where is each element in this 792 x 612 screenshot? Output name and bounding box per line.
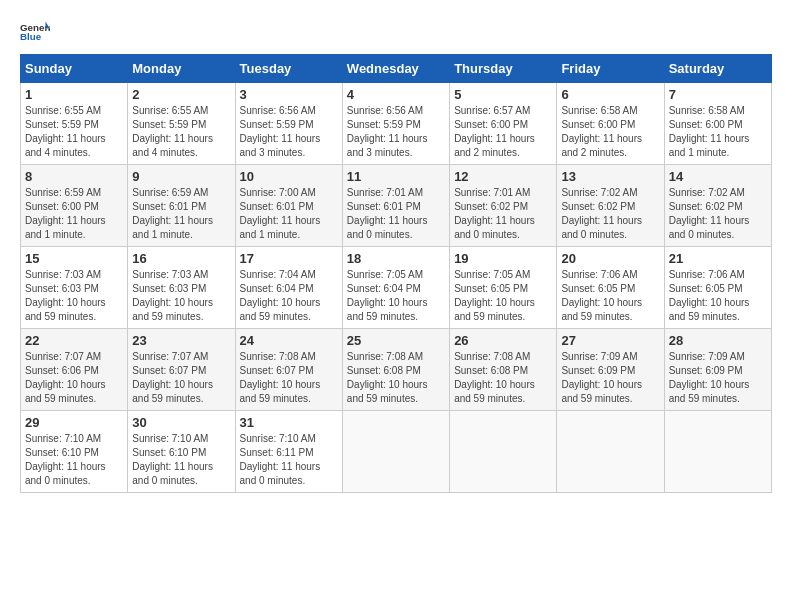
calendar-cell: 8Sunrise: 6:59 AMSunset: 6:00 PMDaylight… xyxy=(21,165,128,247)
day-number: 23 xyxy=(132,333,230,348)
day-info: Sunrise: 6:55 AMSunset: 5:59 PMDaylight:… xyxy=(132,104,230,160)
calendar-week-4: 22Sunrise: 7:07 AMSunset: 6:06 PMDayligh… xyxy=(21,329,772,411)
day-info: Sunrise: 7:08 AMSunset: 6:07 PMDaylight:… xyxy=(240,350,338,406)
day-info: Sunrise: 6:56 AMSunset: 5:59 PMDaylight:… xyxy=(240,104,338,160)
day-number: 7 xyxy=(669,87,767,102)
day-info: Sunrise: 7:06 AMSunset: 6:05 PMDaylight:… xyxy=(561,268,659,324)
day-number: 28 xyxy=(669,333,767,348)
calendar-cell: 1Sunrise: 6:55 AMSunset: 5:59 PMDaylight… xyxy=(21,83,128,165)
logo-icon: General Blue xyxy=(20,20,50,44)
calendar-week-5: 29Sunrise: 7:10 AMSunset: 6:10 PMDayligh… xyxy=(21,411,772,493)
calendar-cell: 15Sunrise: 7:03 AMSunset: 6:03 PMDayligh… xyxy=(21,247,128,329)
calendar-cell: 29Sunrise: 7:10 AMSunset: 6:10 PMDayligh… xyxy=(21,411,128,493)
calendar-cell: 17Sunrise: 7:04 AMSunset: 6:04 PMDayligh… xyxy=(235,247,342,329)
calendar-cell: 30Sunrise: 7:10 AMSunset: 6:10 PMDayligh… xyxy=(128,411,235,493)
calendar-cell: 12Sunrise: 7:01 AMSunset: 6:02 PMDayligh… xyxy=(450,165,557,247)
calendar-table: SundayMondayTuesdayWednesdayThursdayFrid… xyxy=(20,54,772,493)
calendar-cell: 31Sunrise: 7:10 AMSunset: 6:11 PMDayligh… xyxy=(235,411,342,493)
calendar-cell: 27Sunrise: 7:09 AMSunset: 6:09 PMDayligh… xyxy=(557,329,664,411)
day-info: Sunrise: 7:02 AMSunset: 6:02 PMDaylight:… xyxy=(561,186,659,242)
calendar-cell: 26Sunrise: 7:08 AMSunset: 6:08 PMDayligh… xyxy=(450,329,557,411)
day-number: 14 xyxy=(669,169,767,184)
calendar-cell: 13Sunrise: 7:02 AMSunset: 6:02 PMDayligh… xyxy=(557,165,664,247)
day-number: 2 xyxy=(132,87,230,102)
day-number: 5 xyxy=(454,87,552,102)
day-info: Sunrise: 7:01 AMSunset: 6:02 PMDaylight:… xyxy=(454,186,552,242)
weekday-header-saturday: Saturday xyxy=(664,55,771,83)
day-number: 4 xyxy=(347,87,445,102)
calendar-cell: 24Sunrise: 7:08 AMSunset: 6:07 PMDayligh… xyxy=(235,329,342,411)
calendar-cell: 25Sunrise: 7:08 AMSunset: 6:08 PMDayligh… xyxy=(342,329,449,411)
day-number: 11 xyxy=(347,169,445,184)
calendar-week-3: 15Sunrise: 7:03 AMSunset: 6:03 PMDayligh… xyxy=(21,247,772,329)
weekday-header-thursday: Thursday xyxy=(450,55,557,83)
calendar-cell: 11Sunrise: 7:01 AMSunset: 6:01 PMDayligh… xyxy=(342,165,449,247)
day-number: 15 xyxy=(25,251,123,266)
day-number: 24 xyxy=(240,333,338,348)
day-info: Sunrise: 7:03 AMSunset: 6:03 PMDaylight:… xyxy=(25,268,123,324)
day-info: Sunrise: 7:05 AMSunset: 6:04 PMDaylight:… xyxy=(347,268,445,324)
calendar-header-row: SundayMondayTuesdayWednesdayThursdayFrid… xyxy=(21,55,772,83)
calendar-cell: 21Sunrise: 7:06 AMSunset: 6:05 PMDayligh… xyxy=(664,247,771,329)
logo: General Blue xyxy=(20,20,54,44)
day-number: 19 xyxy=(454,251,552,266)
day-number: 3 xyxy=(240,87,338,102)
day-number: 27 xyxy=(561,333,659,348)
svg-text:Blue: Blue xyxy=(20,31,42,42)
day-info: Sunrise: 7:09 AMSunset: 6:09 PMDaylight:… xyxy=(669,350,767,406)
day-info: Sunrise: 6:58 AMSunset: 6:00 PMDaylight:… xyxy=(669,104,767,160)
day-info: Sunrise: 7:03 AMSunset: 6:03 PMDaylight:… xyxy=(132,268,230,324)
day-info: Sunrise: 6:58 AMSunset: 6:00 PMDaylight:… xyxy=(561,104,659,160)
calendar-cell: 14Sunrise: 7:02 AMSunset: 6:02 PMDayligh… xyxy=(664,165,771,247)
day-number: 12 xyxy=(454,169,552,184)
day-number: 18 xyxy=(347,251,445,266)
day-number: 21 xyxy=(669,251,767,266)
weekday-header-sunday: Sunday xyxy=(21,55,128,83)
day-info: Sunrise: 7:10 AMSunset: 6:10 PMDaylight:… xyxy=(132,432,230,488)
day-info: Sunrise: 7:02 AMSunset: 6:02 PMDaylight:… xyxy=(669,186,767,242)
calendar-cell: 6Sunrise: 6:58 AMSunset: 6:00 PMDaylight… xyxy=(557,83,664,165)
weekday-header-wednesday: Wednesday xyxy=(342,55,449,83)
calendar-cell xyxy=(342,411,449,493)
calendar-week-2: 8Sunrise: 6:59 AMSunset: 6:00 PMDaylight… xyxy=(21,165,772,247)
day-info: Sunrise: 7:01 AMSunset: 6:01 PMDaylight:… xyxy=(347,186,445,242)
calendar-cell: 7Sunrise: 6:58 AMSunset: 6:00 PMDaylight… xyxy=(664,83,771,165)
calendar-cell: 9Sunrise: 6:59 AMSunset: 6:01 PMDaylight… xyxy=(128,165,235,247)
day-info: Sunrise: 6:56 AMSunset: 5:59 PMDaylight:… xyxy=(347,104,445,160)
calendar-cell: 5Sunrise: 6:57 AMSunset: 6:00 PMDaylight… xyxy=(450,83,557,165)
calendar-cell xyxy=(450,411,557,493)
day-number: 8 xyxy=(25,169,123,184)
day-info: Sunrise: 6:55 AMSunset: 5:59 PMDaylight:… xyxy=(25,104,123,160)
calendar-cell: 23Sunrise: 7:07 AMSunset: 6:07 PMDayligh… xyxy=(128,329,235,411)
calendar-cell: 3Sunrise: 6:56 AMSunset: 5:59 PMDaylight… xyxy=(235,83,342,165)
day-number: 29 xyxy=(25,415,123,430)
day-info: Sunrise: 7:07 AMSunset: 6:07 PMDaylight:… xyxy=(132,350,230,406)
day-number: 6 xyxy=(561,87,659,102)
calendar-cell: 2Sunrise: 6:55 AMSunset: 5:59 PMDaylight… xyxy=(128,83,235,165)
day-info: Sunrise: 6:59 AMSunset: 6:00 PMDaylight:… xyxy=(25,186,123,242)
calendar-cell xyxy=(664,411,771,493)
calendar-cell: 28Sunrise: 7:09 AMSunset: 6:09 PMDayligh… xyxy=(664,329,771,411)
calendar-cell: 10Sunrise: 7:00 AMSunset: 6:01 PMDayligh… xyxy=(235,165,342,247)
day-info: Sunrise: 7:10 AMSunset: 6:10 PMDaylight:… xyxy=(25,432,123,488)
weekday-header-friday: Friday xyxy=(557,55,664,83)
day-info: Sunrise: 7:05 AMSunset: 6:05 PMDaylight:… xyxy=(454,268,552,324)
calendar-cell: 18Sunrise: 7:05 AMSunset: 6:04 PMDayligh… xyxy=(342,247,449,329)
day-info: Sunrise: 7:07 AMSunset: 6:06 PMDaylight:… xyxy=(25,350,123,406)
day-info: Sunrise: 7:08 AMSunset: 6:08 PMDaylight:… xyxy=(347,350,445,406)
weekday-header-tuesday: Tuesday xyxy=(235,55,342,83)
day-number: 22 xyxy=(25,333,123,348)
day-number: 1 xyxy=(25,87,123,102)
day-info: Sunrise: 6:57 AMSunset: 6:00 PMDaylight:… xyxy=(454,104,552,160)
day-number: 17 xyxy=(240,251,338,266)
calendar-week-1: 1Sunrise: 6:55 AMSunset: 5:59 PMDaylight… xyxy=(21,83,772,165)
day-info: Sunrise: 6:59 AMSunset: 6:01 PMDaylight:… xyxy=(132,186,230,242)
day-info: Sunrise: 7:04 AMSunset: 6:04 PMDaylight:… xyxy=(240,268,338,324)
calendar-cell: 19Sunrise: 7:05 AMSunset: 6:05 PMDayligh… xyxy=(450,247,557,329)
calendar-cell: 16Sunrise: 7:03 AMSunset: 6:03 PMDayligh… xyxy=(128,247,235,329)
day-number: 9 xyxy=(132,169,230,184)
calendar-cell: 4Sunrise: 6:56 AMSunset: 5:59 PMDaylight… xyxy=(342,83,449,165)
day-info: Sunrise: 7:09 AMSunset: 6:09 PMDaylight:… xyxy=(561,350,659,406)
day-number: 16 xyxy=(132,251,230,266)
day-info: Sunrise: 7:08 AMSunset: 6:08 PMDaylight:… xyxy=(454,350,552,406)
